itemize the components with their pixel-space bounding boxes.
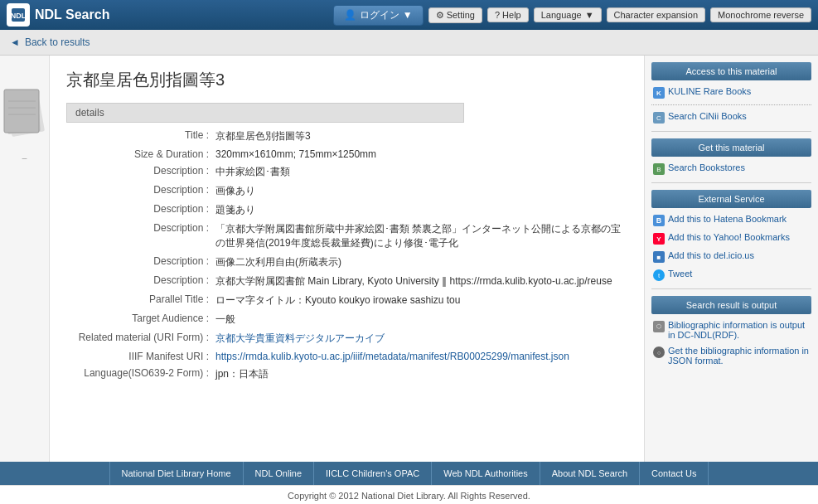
footer-about-link[interactable]: About NDL Search bbox=[540, 462, 640, 485]
detail-link-10[interactable]: 京都大学貴重資料デジタルアーカイブ bbox=[215, 332, 385, 344]
footer-nav: National Diet Library Home NDL Online II… bbox=[0, 462, 818, 485]
hatena-link[interactable]: B Add this to Hatena Bookmark bbox=[651, 213, 811, 227]
detail-label-9: Target Audience : bbox=[66, 313, 215, 327]
separator-3 bbox=[651, 182, 811, 183]
dropdown-arrow: ▼ bbox=[403, 9, 413, 21]
tweet-link[interactable]: t Tweet bbox=[651, 268, 811, 282]
kuline-rare-books-link[interactable]: K KULINE Rare Books bbox=[651, 85, 811, 99]
footer-ndl-online-link[interactable]: NDL Online bbox=[244, 462, 314, 485]
main-content: _ 京都皇居色別指圖等3 details Title :京都皇居色別指圖等3Si… bbox=[0, 56, 818, 462]
dc-ndl-icon: ⬡ bbox=[653, 321, 665, 332]
detail-value-11[interactable]: https://rmda.kulib.kyoto-u.ac.jp/iiif/me… bbox=[215, 351, 627, 362]
svg-rect-4 bbox=[4, 90, 39, 133]
search-bookstores-link[interactable]: B Search Bookstores bbox=[651, 162, 811, 176]
footer-web-ndl-link[interactable]: Web NDL Authorities bbox=[432, 462, 540, 485]
get-section-header: Get this material bbox=[651, 138, 811, 157]
json-icon: ○ bbox=[653, 346, 665, 358]
dc-ndl-link[interactable]: ⬡ Bibliographic information is output in… bbox=[651, 319, 811, 341]
footer-ndl-home-link[interactable]: National Diet Library Home bbox=[109, 462, 244, 485]
detail-label-7: Description : bbox=[66, 274, 215, 288]
kuline-icon: K bbox=[653, 87, 665, 99]
detail-row-7: Description :京都大学附属図書館 Main Library, Kyo… bbox=[66, 274, 627, 288]
hatena-icon: B bbox=[653, 215, 665, 226]
detail-value-7: 京都大学附属図書館 Main Library, Kyoto University… bbox=[215, 274, 627, 288]
detail-row-6: Description :画像二次利用自由(所蔵表示) bbox=[66, 255, 627, 269]
detail-row-0: Title :京都皇居色別指圖等3 bbox=[66, 129, 627, 143]
details-header: details bbox=[66, 103, 464, 123]
detail-label-11: IIIF Manifest URI : bbox=[66, 351, 215, 362]
detail-value-0: 京都皇居色別指圖等3 bbox=[215, 129, 627, 143]
bookstores-icon: B bbox=[653, 163, 665, 175]
logo-area: NDL NDL Search bbox=[7, 3, 328, 27]
footer-iiclc-link[interactable]: IICLC Children's OPAC bbox=[314, 462, 432, 485]
detail-value-1: 320mm×1610mm; 715mm×1250mm bbox=[215, 148, 627, 160]
detail-label-4: Description : bbox=[66, 203, 215, 217]
yahoo-icon: Y bbox=[653, 233, 665, 245]
setting-button[interactable]: ⚙ Setting bbox=[428, 7, 482, 23]
separator-4 bbox=[651, 288, 811, 289]
detail-value-5: 「京都大学附属図書館所蔵中井家絵図･書類 禁裏之部」インターネット公開による京都… bbox=[215, 222, 627, 250]
header: NDL NDL Search 👤 ログイン ▼ ⚙ Setting ? Help… bbox=[0, 0, 818, 30]
book-image bbox=[0, 76, 54, 143]
left-panel: _ bbox=[0, 56, 50, 462]
person-icon: 👤 bbox=[344, 9, 356, 21]
detail-row-12: Language(ISO639-2 Form) :jpn：日本語 bbox=[66, 367, 627, 381]
cinii-icon: C bbox=[653, 112, 665, 124]
detail-value-3: 画像あり bbox=[215, 184, 627, 198]
detail-row-4: Description :題箋あり bbox=[66, 203, 627, 217]
svg-text:NDL: NDL bbox=[11, 12, 27, 20]
detail-link-11[interactable]: https://rmda.kulib.kyoto-u.ac.jp/iiif/me… bbox=[215, 351, 569, 362]
detail-value-9: 一般 bbox=[215, 313, 627, 327]
twitter-icon: t bbox=[653, 269, 665, 281]
detail-value-2: 中井家絵図･書類 bbox=[215, 165, 627, 179]
detail-label-6: Description : bbox=[66, 255, 215, 269]
detail-label-12: Language(ISO639-2 Form) : bbox=[66, 367, 215, 381]
search-cinii-link[interactable]: C Search CiNii Books bbox=[651, 110, 811, 124]
detail-value-4: 題箋あり bbox=[215, 203, 627, 217]
detail-label-3: Description : bbox=[66, 184, 215, 198]
detail-value-8: ローマ字タイトル：Kyouto koukyo irowake sashizu t… bbox=[215, 293, 627, 308]
json-link[interactable]: ○ Get the bibliographic information in J… bbox=[651, 345, 811, 366]
help-button[interactable]: ? Help bbox=[487, 7, 529, 22]
detail-label-0: Title : bbox=[66, 129, 215, 143]
separator-1 bbox=[651, 104, 811, 105]
language-button[interactable]: Language ▼ bbox=[534, 7, 602, 22]
login-button[interactable]: 👤 ログイン ▼ bbox=[333, 5, 424, 26]
detail-row-1: Size & Duration :320mm×1610mm; 715mm×125… bbox=[66, 148, 627, 160]
character-expansion-button[interactable]: Character expansion bbox=[607, 7, 706, 22]
delicio-link[interactable]: ■ Add this to del.icio.us bbox=[651, 250, 811, 264]
back-to-results-link[interactable]: Back to results bbox=[25, 36, 90, 48]
footer-contact-link[interactable]: Contact Us bbox=[640, 462, 709, 485]
page-title: 京都皇居色別指圖等3 bbox=[66, 69, 627, 91]
detail-value-12: jpn：日本語 bbox=[215, 367, 627, 381]
thumbnail-caption: _ bbox=[22, 150, 27, 159]
detail-row-3: Description :画像あり bbox=[66, 184, 627, 198]
detail-label-10: Related material (URI Form) : bbox=[66, 332, 215, 346]
logo-text: NDL Search bbox=[35, 7, 109, 22]
right-panel: Access to this material K KULINE Rare Bo… bbox=[644, 56, 818, 462]
detail-label-1: Size & Duration : bbox=[66, 148, 215, 160]
detail-row-5: Description :「京都大学附属図書館所蔵中井家絵図･書類 禁裏之部」イ… bbox=[66, 222, 627, 250]
detail-label-5: Description : bbox=[66, 222, 215, 250]
detail-value-10[interactable]: 京都大学貴重資料デジタルアーカイブ bbox=[215, 332, 627, 346]
chevron-down-icon: ▼ bbox=[585, 10, 594, 20]
logo-icon: NDL bbox=[7, 3, 30, 27]
detail-row-8: Parallel Title :ローマ字タイトル：Kyouto koukyo i… bbox=[66, 293, 627, 308]
detail-rows-container: Title :京都皇居色別指圖等3Size & Duration :320mm×… bbox=[66, 129, 627, 381]
center-content: 京都皇居色別指圖等3 details Title :京都皇居色別指圖等3Size… bbox=[50, 56, 644, 462]
detail-label-2: Description : bbox=[66, 165, 215, 179]
monochrome-button[interactable]: Monochrome reverse bbox=[710, 7, 811, 22]
detail-row-11: IIIF Manifest URI :https://rmda.kulib.ky… bbox=[66, 351, 627, 362]
gear-icon: ⚙ bbox=[436, 10, 444, 20]
access-section-header: Access to this material bbox=[651, 62, 811, 80]
detail-value-6: 画像二次利用自由(所蔵表示) bbox=[215, 255, 627, 269]
detail-label-8: Parallel Title : bbox=[66, 293, 215, 308]
back-bar: ◄ Back to results bbox=[0, 30, 818, 56]
separator-2 bbox=[651, 131, 811, 132]
detail-row-9: Target Audience :一般 bbox=[66, 313, 627, 327]
help-icon: ? bbox=[495, 10, 500, 20]
detail-row-10: Related material (URI Form) :京都大学貴重資料デジタ… bbox=[66, 332, 627, 346]
back-arrow-icon: ◄ bbox=[10, 36, 20, 48]
external-section-header: External Service bbox=[651, 190, 811, 208]
yahoo-link[interactable]: Y Add this to Yahoo! Bookmarks bbox=[651, 231, 811, 245]
